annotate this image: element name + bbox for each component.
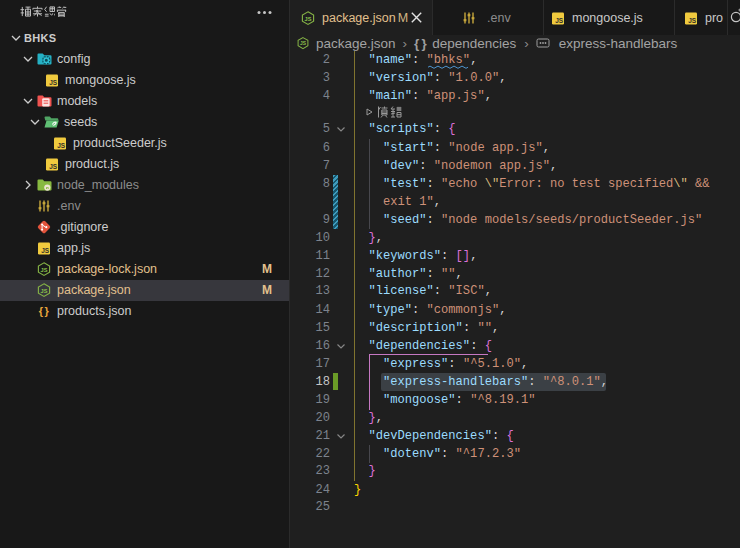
svg-text:JS: JS <box>49 163 58 170</box>
svg-text:JS: JS <box>41 267 48 273</box>
svg-text:JS: JS <box>49 79 58 86</box>
svg-text:JS: JS <box>57 142 66 149</box>
svg-text:JS: JS <box>41 247 50 254</box>
svg-text:{}: {} <box>39 305 51 317</box>
svg-text:JS: JS <box>41 288 48 294</box>
